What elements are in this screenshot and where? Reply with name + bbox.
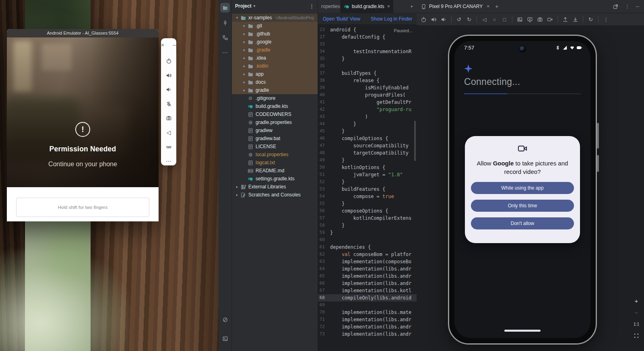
line-number: 63 — [318, 258, 330, 265]
minimize-icon[interactable]: ─ — [636, 4, 639, 10]
download-icon[interactable] — [572, 16, 579, 23]
chevron-down-icon[interactable]: ▾ — [254, 4, 256, 8]
overview-icon[interactable]: □ — [501, 16, 508, 23]
navigation-handle[interactable] — [504, 330, 541, 332]
device-tab-pixel-9-pro[interactable]: Pixel 9 Pro API CANARY × — [421, 4, 489, 10]
camera-icon[interactable] — [164, 114, 173, 123]
mic-off-icon[interactable] — [164, 99, 173, 108]
code-line: 50 kotlinOptions { — [318, 164, 417, 171]
chevron-closed-icon[interactable]: ▸ — [242, 24, 247, 28]
volume-up-icon[interactable] — [430, 16, 437, 23]
tree-item-logcat-txt[interactable]: logcat.txt — [232, 159, 318, 167]
chevron-closed-icon[interactable]: ▸ — [242, 64, 247, 68]
tree-item-gradle-properties[interactable]: gradle.properties — [232, 118, 318, 126]
emulator-title[interactable]: Android Emulator - AI_Glasses:5554 — [7, 29, 159, 37]
project-panel-title[interactable]: Project — [235, 3, 252, 9]
tree-item-app[interactable]: ▸app — [232, 70, 318, 78]
more-v-icon[interactable]: ⋮ — [625, 4, 630, 10]
close-icon[interactable]: × — [158, 41, 167, 50]
tree-item-gradle[interactable]: ▸gradle — [232, 86, 318, 94]
restart-icon[interactable]: ↻ — [587, 16, 594, 23]
tree-item-build-gradle-kts[interactable]: build.gradle.kts — [232, 102, 318, 110]
more-vertical-icon[interactable]: ⋮ — [309, 3, 314, 9]
tree-item-license[interactable]: LICENSE — [232, 142, 318, 151]
terminal-icon[interactable] — [221, 334, 230, 343]
volume-down-icon[interactable] — [440, 16, 447, 23]
tree-item--gitignore[interactable]: ⊘.gitignore — [232, 94, 318, 102]
back-icon[interactable]: ◁ — [481, 16, 488, 23]
tree-item-xr-samples[interactable]: ▾xr-samples~/AndroidStudioProj — [232, 14, 318, 22]
tree-item-docs[interactable]: ▸docs — [232, 78, 318, 86]
tab-gradle-properties[interactable]: roperties — [318, 0, 341, 13]
video-icon[interactable] — [547, 16, 553, 23]
tree-item--git[interactable]: ▸.git — [232, 22, 318, 30]
tree-item-settings-gradle-kts[interactable]: settings.gradle.kts — [232, 175, 318, 183]
chevron-closed-icon[interactable]: ▸ — [242, 56, 247, 60]
chevron-closed-icon[interactable]: ▸ — [242, 32, 247, 36]
text-file-icon — [247, 143, 254, 150]
tree-item-local-properties[interactable]: local.properties — [232, 151, 318, 159]
tree-item--gradle[interactable]: ▸.gradle — [232, 46, 318, 54]
emulator-screen[interactable]: ! Permission Needed Continue on your pho… — [7, 37, 159, 187]
screenshot-icon[interactable] — [516, 16, 523, 23]
project-icon[interactable] — [220, 3, 230, 12]
back-icon[interactable]: ◁ — [164, 128, 173, 137]
tree-item--kotlin[interactable]: ▸.kotlin — [232, 62, 318, 70]
add-device-tab-icon[interactable]: + — [495, 3, 498, 10]
close-icon[interactable]: × — [487, 4, 489, 9]
chevron-closed-icon[interactable]: ▸ — [234, 193, 240, 197]
chevron-closed-icon[interactable]: ▸ — [234, 185, 240, 189]
tree-item-external-libraries[interactable]: ▸External Libraries — [232, 183, 318, 191]
code-area[interactable]: 23android {27 defaultConfig {3334 testIn… — [318, 25, 417, 338]
open-new-icon[interactable] — [613, 4, 619, 10]
tree-item-scratches-and-consoles[interactable]: ▸Scratches and Consoles — [232, 191, 318, 199]
fit-screen-button[interactable] — [632, 332, 640, 340]
chevron-open-icon[interactable]: ▾ — [234, 16, 240, 20]
camera-icon[interactable] — [537, 16, 543, 23]
rotate-right-icon[interactable]: ↻ — [466, 16, 473, 23]
more-h-icon[interactable]: ⋯ — [164, 157, 173, 165]
chevron-closed-icon[interactable]: ▸ — [242, 40, 247, 44]
rotate-left-icon[interactable]: ↺ — [456, 16, 462, 23]
upload-icon[interactable] — [562, 16, 569, 23]
permission-button-don-t-allow[interactable]: Don't allow — [471, 217, 574, 229]
volume-down-icon[interactable] — [164, 85, 173, 94]
zoom-out-button[interactable]: − — [632, 308, 640, 316]
zoom-ratio-button[interactable]: 1:1 — [632, 320, 640, 328]
editor-scrollbar[interactable] — [414, 121, 416, 161]
chevron-closed-icon[interactable]: ▸ — [242, 80, 247, 84]
close-icon[interactable]: × — [387, 4, 390, 9]
volume-up-icon[interactable] — [164, 71, 173, 80]
power-icon[interactable] — [420, 16, 427, 23]
power-icon[interactable] — [164, 57, 173, 66]
tree-item-readme-md[interactable]: README.md — [232, 167, 318, 175]
home-icon[interactable]: ○ — [491, 16, 498, 23]
tree-item--github[interactable]: ▸.github — [232, 30, 318, 38]
tree-item--google[interactable]: ▸.google — [232, 38, 318, 46]
phone-screen[interactable]: 7:57 Connecting... — [454, 41, 590, 338]
permission-button-only-this-time[interactable]: Only this time — [471, 200, 574, 212]
chevron-closed-icon[interactable]: ▸ — [242, 48, 247, 52]
code-line: 42 "proguard-ru — [318, 106, 417, 113]
tree-item-codeowners[interactable]: CODEOWNERS — [232, 110, 318, 118]
glasses-icon[interactable] — [164, 142, 173, 151]
chevron-closed-icon[interactable]: ▸ — [242, 88, 247, 92]
zoom-in-button[interactable]: + — [632, 297, 640, 305]
tab-build-gradle-kts[interactable]: build.gradle.kts × — [341, 0, 393, 13]
code-line: 43 ) — [318, 113, 417, 120]
record-icon[interactable] — [526, 16, 533, 23]
permission-button-while-using-the-app[interactable]: While using the app — [471, 182, 574, 194]
hidden-tabs-chevron-icon[interactable]: ▾ — [407, 4, 417, 8]
tree-item-gradlew[interactable]: gradlew — [232, 126, 318, 134]
more-v-icon[interactable]: ⋮ — [603, 16, 609, 23]
open-build-view-link[interactable]: Open 'Build' View — [323, 16, 360, 22]
commit-icon[interactable] — [220, 18, 230, 27]
show-log-link[interactable]: Show Log in Finder — [371, 16, 412, 22]
tree-item-gradlew-bat[interactable]: gradlew.bat — [232, 134, 318, 142]
more-h-icon[interactable]: ⋯ — [220, 47, 230, 57]
problems-icon[interactable] — [221, 315, 230, 324]
structure-icon[interactable] — [220, 33, 230, 42]
tree-item--idea[interactable]: ▸.idea — [232, 54, 318, 62]
minimize-icon[interactable]: ─ — [170, 41, 179, 50]
chevron-closed-icon[interactable]: ▸ — [242, 72, 247, 76]
